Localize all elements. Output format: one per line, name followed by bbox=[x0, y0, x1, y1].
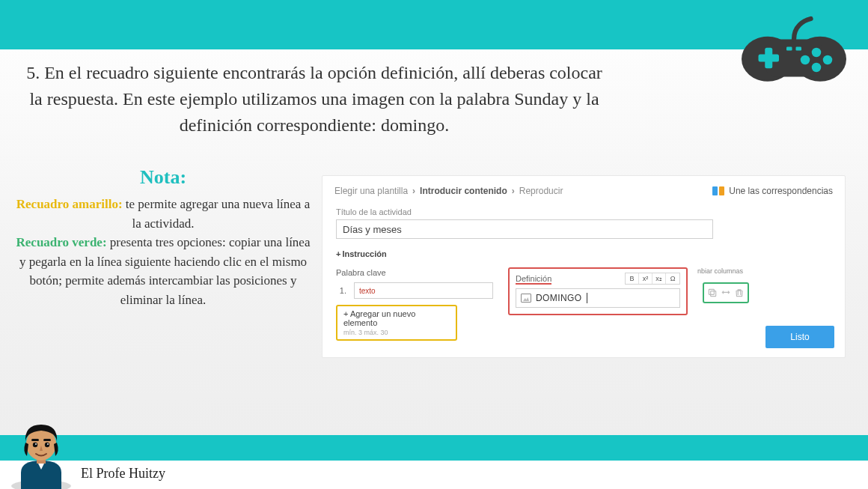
subscript-button[interactable]: x₂ bbox=[652, 273, 666, 284]
plus-icon-2: + bbox=[343, 309, 350, 318]
crumb-3[interactable]: Reproducir bbox=[519, 186, 563, 196]
delete-icon[interactable] bbox=[734, 288, 745, 298]
activity-title-input[interactable]: Días y meses bbox=[336, 219, 713, 239]
match-template-link[interactable]: Une las correspondencias bbox=[712, 186, 833, 196]
definition-header: Definición bbox=[516, 274, 551, 283]
svg-point-8 bbox=[823, 55, 833, 65]
svg-rect-16 bbox=[31, 439, 39, 441]
svg-point-21 bbox=[47, 443, 49, 445]
svg-rect-6 bbox=[765, 48, 772, 69]
gamepad-icon bbox=[738, 7, 850, 82]
svg-point-20 bbox=[35, 443, 37, 445]
copy-icon[interactable] bbox=[707, 288, 718, 298]
definition-input[interactable]: DOMINGO bbox=[516, 288, 680, 308]
row-number: 1. bbox=[336, 286, 346, 295]
note-green-label: Recuadro verde: bbox=[16, 235, 107, 249]
crumb-2[interactable]: Introducir contenido bbox=[420, 186, 507, 196]
superscript-button[interactable]: x² bbox=[639, 273, 652, 284]
notes-column: Nota: Recuadro amarillo: te permite agre… bbox=[13, 166, 313, 309]
crumb-1[interactable]: Elegir una plantilla bbox=[334, 186, 408, 196]
note-green: Recuadro verde: presenta tres opciones: … bbox=[13, 233, 313, 309]
row-actions-box bbox=[703, 282, 749, 303]
note-yellow-label: Recuadro amarillo: bbox=[16, 197, 123, 211]
definition-highlight-box: Definición B x² x₂ Ω nbiar columnas DOM bbox=[508, 267, 688, 315]
add-element-hint: mín. 3 máx. 30 bbox=[343, 329, 450, 336]
svg-point-10 bbox=[801, 55, 810, 65]
match-icon bbox=[712, 186, 724, 196]
swap-columns-button[interactable]: nbiar columnas bbox=[697, 267, 743, 275]
keyword-input[interactable]: texto bbox=[354, 282, 493, 299]
definition-value: DOMINGO bbox=[536, 293, 581, 303]
svg-rect-12 bbox=[796, 47, 802, 51]
svg-point-19 bbox=[45, 443, 49, 447]
app-screenshot: Elegir una plantilla › Introducir conten… bbox=[322, 175, 846, 358]
svg-rect-17 bbox=[43, 439, 51, 441]
activity-title-label: Título de la actividad bbox=[336, 207, 831, 216]
bold-button[interactable]: B bbox=[626, 273, 639, 284]
svg-point-7 bbox=[812, 48, 822, 58]
svg-rect-0 bbox=[711, 291, 716, 297]
note-yellow-text: te permite agregar una nueva línea a la … bbox=[123, 197, 311, 231]
plus-icon: + bbox=[336, 249, 340, 258]
svg-rect-1 bbox=[709, 289, 714, 294]
breadcrumb-bar: Elegir una plantilla › Introducir conten… bbox=[323, 176, 845, 206]
omega-button[interactable]: Ω bbox=[666, 273, 679, 284]
footer-author: El Profe Huitzy bbox=[81, 466, 165, 482]
svg-rect-11 bbox=[786, 47, 792, 51]
slide-heading: 5. En el recuadro siguiente encontrarás … bbox=[22, 60, 606, 138]
add-instruction[interactable]: +Instrucción bbox=[336, 249, 831, 258]
add-element-box[interactable]: + Agregar un nuevo elemento mín. 3 máx. … bbox=[336, 305, 457, 341]
teacher-avatar bbox=[7, 414, 75, 489]
keyword-header: Palabra clave bbox=[336, 267, 493, 278]
text-cursor bbox=[587, 293, 587, 303]
done-button[interactable]: Listo bbox=[765, 326, 834, 348]
instruction-label: Instrucción bbox=[342, 249, 386, 258]
format-toolbar: B x² x₂ Ω bbox=[625, 273, 680, 285]
swap-icon[interactable] bbox=[721, 288, 731, 298]
svg-point-18 bbox=[33, 443, 37, 447]
crumb-sep-2: › bbox=[512, 186, 515, 196]
add-element-text: Agregar un nuevo elemento bbox=[343, 309, 415, 327]
match-template-label: Une las correspondencias bbox=[729, 186, 833, 196]
image-icon[interactable] bbox=[521, 294, 531, 303]
svg-point-9 bbox=[812, 63, 822, 73]
crumb-sep-1: › bbox=[412, 186, 415, 196]
note-yellow: Recuadro amarillo: te permite agregar un… bbox=[13, 195, 313, 233]
add-element-label: + Agregar un nuevo elemento bbox=[343, 309, 450, 327]
notes-title: Nota: bbox=[13, 166, 313, 189]
